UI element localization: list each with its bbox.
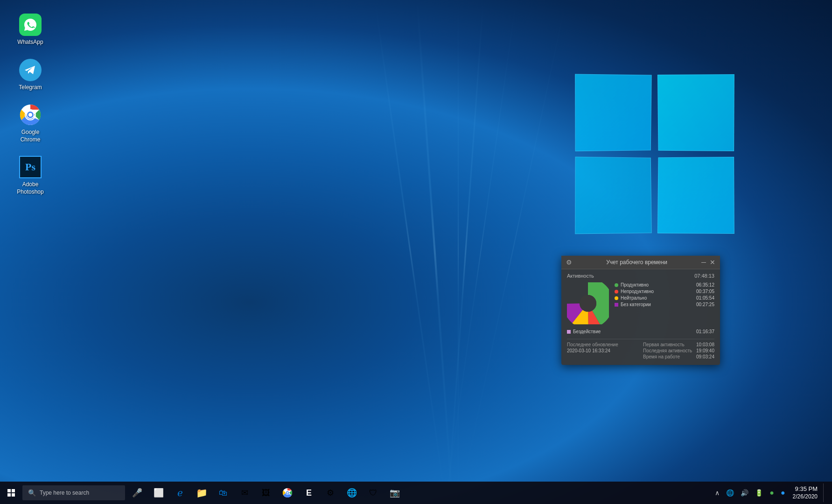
legend-uncategorized: Без категории 00:27:25: [615, 302, 714, 307]
telegram-label: Telegram: [19, 84, 42, 91]
widget-titlebar: ⚙ Учет рабочего времени ─ ✕: [561, 256, 720, 269]
svg-point-17: [287, 492, 288, 494]
last-update-label: Последнее обновление: [567, 342, 638, 347]
uncategorized-square: [615, 303, 618, 307]
tray-icons: ∧ 🌐 🔊 🔋 ● ●: [713, 488, 787, 498]
legend-neutral: Нейтрально 01:05:54: [615, 295, 714, 301]
clock-date: 2/26/2020: [793, 493, 818, 501]
folder-icon: 📁: [196, 487, 208, 498]
settings-icon: ⚙: [327, 488, 334, 498]
windows-logo: [561, 56, 748, 252]
store-button[interactable]: 🛍: [213, 483, 233, 503]
footer-left: Последнее обновление 2020-03-10 16:33:24: [567, 342, 638, 360]
whatsapp-label: WhatsApp: [17, 39, 43, 46]
unproductive-time: 00:37:05: [696, 289, 714, 294]
last-activity-value: 19:09:40: [696, 348, 714, 353]
widget-divider: [567, 339, 714, 339]
taskbar-clock[interactable]: 9:35 PM 2/26/2020: [789, 484, 821, 501]
epic-games-button[interactable]: Ε: [299, 483, 319, 503]
widget-header: Активность 07:48:13: [567, 273, 714, 279]
widget-settings-icon[interactable]: ⚙: [566, 259, 572, 266]
chrome-icon: [19, 103, 42, 126]
widget-minimize-button[interactable]: ─: [701, 259, 706, 266]
chrome-label: Google Chrome: [12, 129, 49, 143]
photoshop-label: Adobe Photoshop: [12, 181, 49, 196]
desktop-icon-photoshop[interactable]: Ps Adobe Photoshop: [9, 152, 51, 199]
uncategorized-time: 00:27:25: [696, 302, 714, 307]
photos-button[interactable]: 🖼: [256, 483, 276, 503]
svg-rect-10: [7, 489, 11, 492]
photos-icon: 🖼: [262, 488, 270, 498]
widget-controls: ─ ✕: [701, 259, 715, 266]
show-desktop-button[interactable]: [823, 483, 828, 502]
search-placeholder: Type here to search: [40, 490, 89, 496]
photoshop-icon: Ps: [19, 155, 42, 179]
start-button[interactable]: [0, 482, 22, 504]
neutral-time: 01:05:54: [696, 295, 714, 301]
svg-rect-13: [12, 493, 15, 497]
chrome-taskbar-icon: [282, 488, 293, 498]
svg-rect-12: [7, 493, 11, 497]
network-icon: 🌐: [347, 488, 357, 498]
chrome-taskbar-button[interactable]: [277, 483, 298, 503]
tray-battery-icon[interactable]: 🔋: [753, 488, 765, 497]
widget-title: Учет рабочего времени: [572, 259, 701, 266]
productive-time: 06:35:12: [696, 282, 714, 287]
idle-time: 01:16:37: [696, 329, 714, 334]
idle-square: [567, 330, 571, 334]
idle-label: Бездействие: [573, 329, 601, 334]
widget-close-button[interactable]: ✕: [710, 259, 715, 266]
unproductive-label: Непродуктивно: [621, 289, 654, 294]
camera-button[interactable]: 📷: [385, 483, 405, 503]
last-activity-label: Последняя активность: [643, 348, 692, 353]
widget-footer: Последнее обновление 2020-03-10 16:33:24…: [567, 342, 714, 360]
taskbar-search[interactable]: 🔍 Type here to search: [22, 485, 125, 500]
first-activity-row: Первая активность 10:03:08: [643, 342, 714, 347]
tray-blue-circle[interactable]: ●: [779, 488, 787, 498]
pie-chart: [567, 282, 609, 324]
search-icon: 🔍: [28, 489, 36, 497]
last-activity-row: Последняя активность 19:09:40: [643, 348, 714, 353]
desktop-icon-chrome[interactable]: Google Chrome: [9, 99, 51, 147]
settings-taskbar-button[interactable]: ⚙: [320, 483, 341, 503]
desktop-icon-telegram[interactable]: Telegram: [9, 55, 51, 95]
footer-right: Первая активность 10:03:08 Последняя акт…: [643, 342, 714, 360]
svg-rect-11: [12, 489, 15, 492]
work-time-row: Время на работе 09:03:24: [643, 354, 714, 359]
tray-volume-icon[interactable]: 🔊: [739, 488, 750, 497]
idle-row: Бездействие 01:16:37: [567, 329, 714, 334]
tray-network-icon[interactable]: 🌐: [724, 488, 736, 497]
task-view-button[interactable]: ⬜: [148, 483, 169, 503]
edge-icon: ℯ: [177, 487, 183, 498]
edge-button[interactable]: ℯ: [170, 483, 190, 503]
widget-body: Активность 07:48:13: [561, 269, 720, 365]
time-tracking-widget: ⚙ Учет рабочего времени ─ ✕ Активность 0…: [561, 256, 720, 365]
widget-main-content: Продуктивно 06:35:12 Непродуктивно 00:37…: [567, 282, 714, 324]
telegram-icon: [19, 58, 42, 82]
legend-productive: Продуктивно 06:35:12: [615, 282, 714, 287]
last-update-value: 2020-03-10 16:33:24: [567, 348, 638, 353]
cortana-button[interactable]: 🎤: [127, 483, 147, 503]
security-button[interactable]: 🛡: [363, 483, 384, 503]
activity-time: 07:48:13: [694, 273, 714, 279]
tray-green-circle[interactable]: ●: [768, 488, 776, 498]
desktop: WhatsApp Telegram: [0, 0, 832, 504]
productive-label: Продуктивно: [621, 282, 649, 287]
store-icon: 🛍: [219, 488, 227, 498]
tray-arrow[interactable]: ∧: [713, 488, 721, 497]
activity-label: Активность: [567, 273, 594, 279]
taskbar: 🔍 Type here to search 🎤 ⬜ ℯ 📁 🛍: [0, 482, 832, 504]
desktop-icon-whatsapp[interactable]: WhatsApp: [9, 9, 51, 50]
mail-button[interactable]: ✉: [234, 483, 255, 503]
widget-legend: Продуктивно 06:35:12 Непродуктивно 00:37…: [615, 282, 714, 324]
task-view-icon: ⬜: [154, 488, 164, 498]
network-button[interactable]: 🌐: [342, 483, 362, 503]
svg-point-3: [28, 113, 32, 117]
legend-unproductive: Непродуктивно 00:37:05: [615, 289, 714, 294]
productive-dot: [615, 283, 618, 287]
neutral-dot: [615, 296, 618, 300]
desktop-icons: WhatsApp Telegram: [9, 9, 51, 200]
neutral-label: Нейтрально: [621, 295, 647, 301]
svg-point-9: [580, 295, 596, 312]
file-explorer-button[interactable]: 📁: [191, 483, 212, 503]
